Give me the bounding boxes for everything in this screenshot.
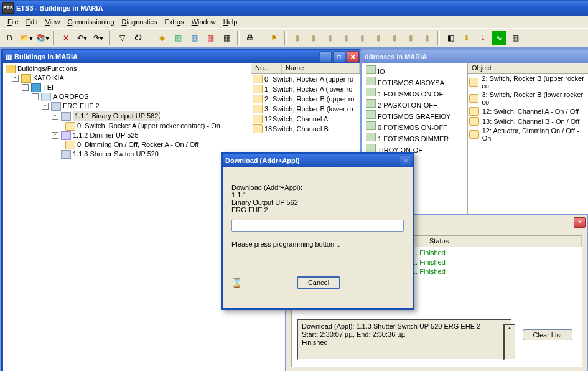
t7-icon[interactable]: ▮ xyxy=(387,31,402,45)
menu-commissioning[interactable]: Commissioning xyxy=(63,17,118,27)
delete-icon[interactable]: ✕ xyxy=(58,31,73,45)
sep xyxy=(109,31,111,45)
list-item[interactable]: 3: Switch, Rocker B (lower rocker co xyxy=(468,90,588,106)
col-object-header[interactable]: Object xyxy=(468,63,588,73)
t3-icon[interactable]: ▮ xyxy=(322,31,337,45)
cancel-button[interactable]: Cancel xyxy=(297,276,340,289)
object-list[interactable]: 0Switch, Rocker A (upper ro1Switch, Rock… xyxy=(251,74,360,134)
tree-root[interactable]: Buildings/Functions xyxy=(17,64,77,73)
collapse-icon[interactable]: - xyxy=(52,113,58,120)
list-item[interactable]: 2: Switch, Rocker B (upper rocker co xyxy=(468,74,588,90)
menu-diagnostics[interactable]: Diagnostics xyxy=(118,17,161,27)
object-icon xyxy=(65,141,75,149)
t6-icon[interactable]: ▮ xyxy=(371,31,386,45)
tree-leaf[interactable]: 0: Switch, Rocker A (upper rocker contac… xyxy=(6,121,220,131)
view3-icon[interactable]: ▦ xyxy=(203,31,218,45)
tree-leaf[interactable]: 1: Dimming, Rocker A - Brighter / Darker xyxy=(198,140,251,149)
tree-device-113[interactable]: 1.1.3 Shutter Switch UP 520 xyxy=(73,149,159,159)
download-titlebar[interactable]: Download (Addr+Appl) ✕ xyxy=(223,154,413,167)
view4-icon[interactable]: ▦ xyxy=(219,31,234,45)
collapse-icon[interactable]: - xyxy=(22,84,29,91)
buildings-titlebar[interactable]: ▥ Buildings in MARIA _ □ ✕ xyxy=(3,50,360,63)
collapse-icon[interactable]: - xyxy=(32,93,39,100)
address-item[interactable]: FOTISMOS AI8OYSA xyxy=(363,77,466,88)
refresh-icon[interactable]: 🗘 xyxy=(131,31,146,45)
col-name-header[interactable]: Name xyxy=(282,63,360,73)
menu-window[interactable]: Window xyxy=(188,17,220,27)
scope4-icon[interactable]: ∿ xyxy=(492,31,506,45)
close-button[interactable]: ✕ xyxy=(347,51,359,62)
tree-device-111[interactable]: 1.1.1 Binary Output UP 562 xyxy=(73,111,160,121)
highlight-icon[interactable]: ◆ xyxy=(154,31,169,45)
list-item[interactable]: 0Switch, Rocker A (upper ro xyxy=(251,74,360,84)
address-item[interactable]: 2 PAGKOI ON-OFF xyxy=(363,99,466,110)
t9-icon[interactable]: ▮ xyxy=(419,31,434,45)
menu-file[interactable]: File xyxy=(4,17,22,27)
view1-icon[interactable]: ▦ xyxy=(170,31,185,45)
menu-extras[interactable]: Extras xyxy=(161,17,187,27)
menu-view[interactable]: View xyxy=(42,17,64,27)
scope2-icon[interactable]: ⬇ xyxy=(459,31,474,45)
log-scrollbar[interactable]: ▴ xyxy=(503,324,516,360)
tree-aorofos[interactable]: A OROFOS xyxy=(53,92,88,101)
right-object-list[interactable]: 2: Switch, Rocker B (upper rocker co3: S… xyxy=(468,74,588,143)
tree-device-112[interactable]: 1.1.2 Dimmer UP 525 xyxy=(73,131,139,140)
row-name: Switch, Rocker A (lower ro xyxy=(273,85,358,93)
tree-tei[interactable]: TEI xyxy=(43,83,54,92)
list-item[interactable]: 3Switch, Rocker B (lower ro xyxy=(251,104,360,114)
collapse-icon[interactable]: - xyxy=(12,75,19,82)
address-item[interactable]: 1 FOTISMOS ON-OF xyxy=(363,88,466,99)
t5-icon[interactable]: ▮ xyxy=(355,31,370,45)
menu-help[interactable]: Help xyxy=(220,17,241,27)
row-number: 3 xyxy=(264,105,268,113)
list-item[interactable]: 2Switch, Rocker B (upper ro xyxy=(251,94,360,104)
tree-pane[interactable]: Buildings/Functions -KATOIKIA -TEI -A OR… xyxy=(3,63,251,371)
collapse-icon[interactable]: - xyxy=(42,103,49,110)
address-item[interactable]: FOTISMOS GRAFEIOY xyxy=(363,110,466,121)
book-icon[interactable]: 📚▾ xyxy=(35,31,50,45)
col-status-header[interactable]: Status xyxy=(426,236,582,247)
close-icon[interactable]: ✕ xyxy=(574,217,586,228)
view2-icon[interactable]: ▦ xyxy=(187,31,202,45)
minimize-button[interactable]: _ xyxy=(319,51,332,62)
flag-icon[interactable]: ⚑ xyxy=(266,31,281,45)
undo-icon[interactable]: ↶▾ xyxy=(75,31,90,45)
new-icon[interactable]: 🗋 xyxy=(2,31,17,45)
menu-edit[interactable]: Edit xyxy=(22,17,42,27)
scope3-icon[interactable]: ⇣ xyxy=(475,31,490,45)
tree-katoikia[interactable]: KATOIKIA xyxy=(33,73,64,83)
scope1-icon[interactable]: ◧ xyxy=(443,31,458,45)
list-item[interactable]: 13Switch, Channel B xyxy=(251,124,360,134)
list-item[interactable]: 12Switch, Channel A xyxy=(251,114,360,124)
list-item[interactable]: 12: Switch, Channel A - On / Off xyxy=(468,106,588,116)
t8-icon[interactable]: ▮ xyxy=(403,31,418,45)
clear-list-button[interactable]: Clear List xyxy=(523,329,572,340)
collapse-icon[interactable]: - xyxy=(52,132,58,139)
tree-leaf[interactable]: 1: Switch, Rocker A (lower rocker contac… xyxy=(220,121,251,131)
dl-line1: Download (Addr+Appl): xyxy=(231,184,404,191)
print-icon[interactable]: 🖶 xyxy=(243,31,258,45)
list-item[interactable]: 13: Switch, Channel B - On / Off xyxy=(468,116,588,126)
object-icon xyxy=(469,94,478,103)
t4-icon[interactable]: ▮ xyxy=(338,31,353,45)
tree-erg[interactable]: ERG EHE 2 xyxy=(63,101,100,111)
list-item[interactable]: 12: Actuator, Dimming On / Off - On xyxy=(468,126,588,143)
room-icon xyxy=(51,102,61,111)
dl-hint: Please press programming button... xyxy=(231,240,404,248)
open-icon[interactable]: 📂▾ xyxy=(19,31,34,45)
redo-icon[interactable]: ↷▾ xyxy=(91,31,106,45)
maximize-button[interactable]: □ xyxy=(333,51,345,62)
address-item[interactable]: 1 FOTISMOS DIMMER xyxy=(363,133,466,144)
filter-icon[interactable]: ▽ xyxy=(114,31,129,45)
t2-icon[interactable]: ▮ xyxy=(306,31,321,45)
address-item[interactable]: IO xyxy=(363,65,466,77)
tree-leaf[interactable]: 0: Dimming On / Off, Rocker A - On / Off xyxy=(6,140,198,149)
t1-icon[interactable]: ▮ xyxy=(290,31,305,45)
scope5-icon[interactable]: ▦ xyxy=(508,31,523,45)
list-item[interactable]: 1Switch, Rocker A (lower ro xyxy=(251,84,360,94)
expand-icon[interactable]: + xyxy=(52,151,58,157)
addresses-titlebar[interactable]: ddresses in MARIA xyxy=(362,50,588,63)
sep xyxy=(437,31,440,45)
address-item[interactable]: 0 FOTISMOS ON-OFF xyxy=(363,121,466,133)
col-number-header[interactable]: Nu... xyxy=(251,63,282,73)
